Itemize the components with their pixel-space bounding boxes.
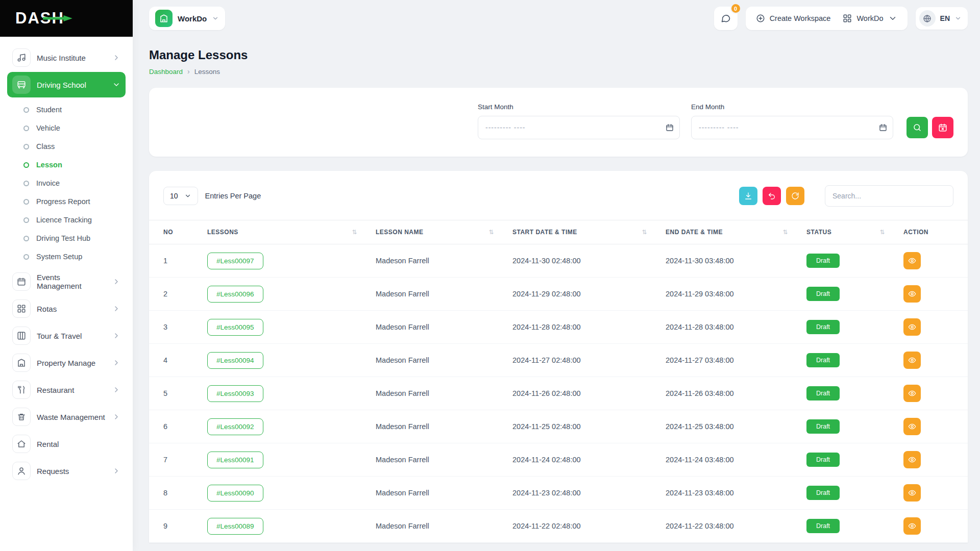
- lesson-code-chip[interactable]: #Less00095: [207, 319, 263, 336]
- refresh-button[interactable]: [786, 187, 804, 205]
- table-row: 1 #Less00097 Madeson Farrell 2024-11-30 …: [149, 244, 968, 278]
- end-datetime: 2024-11-22 03:48:00: [656, 510, 797, 543]
- sidebar-item-rental[interactable]: Rental: [7, 431, 126, 457]
- lessons-table-card: 10 Entries Per Page: [149, 171, 968, 543]
- sidebar-item-tour-travel[interactable]: Tour & Travel: [7, 323, 126, 348]
- bullet-icon: [23, 107, 29, 113]
- chevron-down-icon: [184, 192, 191, 199]
- view-button[interactable]: [903, 451, 921, 468]
- sidebar-item-student[interactable]: Student: [7, 101, 126, 119]
- sort-icon[interactable]: ⇅: [488, 229, 494, 236]
- start-month-input[interactable]: [478, 116, 680, 139]
- sidebar-item-driving-test-hub[interactable]: Driving Test Hub: [7, 229, 126, 247]
- sidebar-item-lesson[interactable]: Lesson: [7, 156, 126, 174]
- view-button[interactable]: [903, 517, 921, 535]
- sidebar-item-system-setup[interactable]: System Setup: [7, 247, 126, 266]
- sub-item-label: Progress Report: [36, 197, 90, 206]
- sidebar-item-requests[interactable]: Requests: [7, 458, 126, 484]
- sort-icon[interactable]: ⇅: [642, 229, 647, 236]
- view-button[interactable]: [903, 352, 921, 369]
- lesson-code-chip[interactable]: #Less00093: [207, 385, 263, 402]
- sidebar-item-vehicle[interactable]: Vehicle: [7, 119, 126, 137]
- workspace-label: WorkDo: [178, 14, 207, 23]
- chevron-right-icon: [112, 54, 120, 62]
- chevron-down-icon: [888, 14, 897, 23]
- sub-item-label: Licence Tracking: [36, 216, 92, 224]
- breadcrumb-current: Lessons: [194, 68, 220, 76]
- end-datetime: 2024-11-26 03:48:00: [656, 377, 797, 410]
- entries-value: 10: [170, 192, 178, 200]
- sidebar-item-invoice[interactable]: Invoice: [7, 174, 126, 192]
- lesson-name: Madeson Farrell: [366, 410, 503, 443]
- lesson-code-chip[interactable]: #Less00094: [207, 352, 263, 369]
- export-button[interactable]: [739, 187, 757, 205]
- sidebar-item-label: Events Management: [37, 273, 106, 290]
- lesson-code-chip[interactable]: #Less00097: [207, 253, 263, 269]
- breadcrumb-dashboard-link[interactable]: Dashboard: [149, 68, 183, 76]
- language-code: EN: [940, 14, 950, 22]
- sidebar-item-restaurant[interactable]: Restaurant: [7, 377, 126, 403]
- sidebar-item-licence-tracking[interactable]: Licence Tracking: [7, 211, 126, 229]
- bullet-icon: [23, 199, 29, 205]
- undo-button[interactable]: [763, 187, 781, 205]
- lesson-code-chip[interactable]: #Less00089: [207, 518, 263, 535]
- view-button[interactable]: [903, 484, 921, 502]
- end-month-input[interactable]: [691, 116, 893, 139]
- workspace-selector[interactable]: WorkDo: [149, 7, 225, 30]
- view-button[interactable]: [903, 318, 921, 336]
- sort-icon[interactable]: ⇅: [782, 229, 788, 236]
- sidebar-item-rotas[interactable]: Rotas: [7, 296, 126, 321]
- plus-circle-icon: [756, 14, 765, 23]
- sidebar-item-label: Rotas: [37, 305, 57, 313]
- header-lessons[interactable]: LESSONS⇅: [198, 220, 366, 244]
- row-no: 8: [149, 477, 198, 510]
- start-datetime: 2024-11-29 02:48:00: [503, 278, 656, 311]
- sort-icon[interactable]: ⇅: [352, 229, 357, 236]
- chat-button[interactable]: 0: [714, 7, 738, 30]
- breadcrumb: Dashboard › Lessons: [149, 67, 968, 76]
- sidebar-item-class[interactable]: Class: [7, 137, 126, 156]
- row-no: 4: [149, 344, 198, 377]
- filter-buttons: [906, 117, 953, 138]
- view-button[interactable]: [903, 418, 921, 435]
- bullet-icon: [23, 236, 29, 241]
- sidebar-item-driving-school[interactable]: Driving School: [7, 72, 126, 97]
- music-note-icon: [12, 48, 31, 67]
- view-button[interactable]: [903, 252, 921, 269]
- chat-bubble-icon: [721, 13, 731, 23]
- sidebar-item-music-institute[interactable]: Music Institute: [7, 45, 126, 70]
- lesson-code-chip[interactable]: #Less00091: [207, 452, 263, 468]
- start-datetime: 2024-11-24 02:48:00: [503, 443, 656, 477]
- filter-search-button[interactable]: [906, 117, 928, 138]
- filter-reset-button[interactable]: [932, 117, 953, 138]
- header-status[interactable]: STATUS⇅: [797, 220, 894, 244]
- status-badge: Draft: [806, 486, 840, 500]
- lesson-code-chip[interactable]: #Less00092: [207, 418, 263, 435]
- table-row: 9 #Less00089 Madeson Farrell 2024-11-22 …: [149, 510, 968, 543]
- sidebar-item-property-manage[interactable]: Property Manage: [7, 350, 126, 375]
- sidebar-item-progress-report[interactable]: Progress Report: [7, 192, 126, 211]
- sub-item-label: Driving Test Hub: [36, 234, 90, 242]
- entries-select[interactable]: 10: [163, 187, 198, 205]
- language-dropdown[interactable]: EN: [916, 7, 968, 30]
- view-button[interactable]: [903, 385, 921, 402]
- sidebar-item-waste-management[interactable]: Waste Management: [7, 404, 126, 430]
- end-datetime: 2024-11-27 03:48:00: [656, 344, 797, 377]
- apps-dropdown[interactable]: WorkDo: [837, 9, 903, 28]
- sidebar-item-events-management[interactable]: Events Management: [7, 269, 126, 294]
- lesson-code-chip[interactable]: #Less00090: [207, 485, 263, 502]
- bullet-icon: [23, 254, 29, 260]
- table-search-input[interactable]: [825, 185, 953, 207]
- view-button[interactable]: [903, 285, 921, 303]
- lesson-code-chip[interactable]: #Less00096: [207, 286, 263, 303]
- bullet-icon: [23, 181, 29, 186]
- sort-icon[interactable]: ⇅: [879, 229, 885, 236]
- header-start-date[interactable]: START DATE & TIME⇅: [503, 220, 656, 244]
- table-row: 4 #Less00094 Madeson Farrell 2024-11-27 …: [149, 344, 968, 377]
- app-logo[interactable]: DASH: [15, 9, 64, 28]
- create-workspace-button[interactable]: Create Workspace: [750, 9, 837, 28]
- header-lesson-name[interactable]: LESSON NAME⇅: [366, 220, 503, 244]
- chevron-down-icon: [212, 15, 219, 22]
- header-end-date[interactable]: END DATE & TIME⇅: [656, 220, 797, 244]
- lessons-table-wrap: NO LESSONS⇅ LESSON NAME⇅ START DATE & TI…: [149, 220, 968, 543]
